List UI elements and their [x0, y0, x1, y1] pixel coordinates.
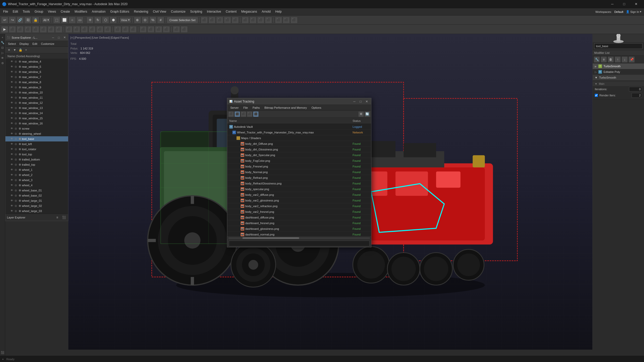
scene-list-item[interactable]: 👁 ◎ rear_window_12 [5, 100, 68, 105]
scene-list-item[interactable]: 👁 ◎ rear_window_15 [5, 116, 68, 121]
vsidebar-display[interactable]: 👁 [0, 56, 5, 60]
at-scrollbar-thumb[interactable] [242, 237, 299, 239]
mirror-button[interactable]: ⬛ [201, 17, 208, 23]
at-footer-input[interactable] [229, 241, 370, 246]
vsidebar-hierarchy[interactable]: ⊡ [0, 45, 5, 50]
scene-list-item[interactable]: 👁 ◎ wheel_large_01 [5, 198, 68, 203]
subobj-level3[interactable]: ⬛ [40, 26, 47, 33]
bind-button[interactable]: 🔒 [32, 17, 39, 23]
at-close[interactable]: ✕ [364, 99, 369, 104]
menu-arnold[interactable]: Arnold [260, 9, 273, 14]
at-row[interactable]: 📷 body_dirt_Diffuse.png Found [227, 141, 371, 147]
scene-list-item[interactable]: 👁 ◎ wheel_1 [5, 167, 68, 172]
at-row[interactable]: 📷 body_Refract.png Found [227, 175, 371, 181]
at-row[interactable]: 📷 dashboard_diffuse.png Found [227, 215, 371, 220]
scene-explorer-close[interactable]: ✕ [62, 36, 67, 40]
vsidebar-motion[interactable]: ▷ [0, 50, 5, 55]
scene-list-item[interactable]: 👁 ◎ rear_window_16 [5, 121, 68, 126]
select-region-button[interactable]: ⬜ [61, 17, 68, 23]
at-row[interactable]: 📷 body_var2_diffuse.png Found [227, 192, 371, 198]
menu-interactive[interactable]: Interactive [205, 9, 223, 14]
object-paint-button[interactable]: ⬛ [224, 17, 231, 23]
mod-delete-btn[interactable]: 🗑 [608, 56, 614, 63]
spinner-snap[interactable]: # [157, 17, 164, 23]
viewport-config-btn[interactable]: ⬛ [104, 26, 111, 33]
set-key-btn[interactable]: ⬛ [147, 26, 154, 33]
iterations-input[interactable] [629, 87, 642, 91]
menu-help[interactable]: Help [273, 9, 284, 14]
view-dropdown[interactable]: View ▾ [120, 17, 131, 23]
select-lasso-button[interactable]: ○ [69, 17, 76, 23]
at-menu-file[interactable]: File [241, 106, 250, 110]
vsidebar-extra[interactable]: ⬛ [0, 350, 5, 355]
align-button[interactable]: ⬛ [208, 17, 216, 23]
se-menu-edit[interactable]: Edit [31, 42, 39, 46]
vsidebar-create[interactable]: + [0, 35, 5, 40]
scene-list-item[interactable]: 👁 ◎ wheel_base_02 [5, 193, 68, 198]
filter-btn[interactable]: ⬛ [155, 26, 162, 33]
subobj-level4[interactable]: ⬛ [47, 26, 55, 33]
at-row[interactable]: 📷 body_var2_refraction.png Found [227, 203, 371, 209]
scene-explorer-minimize[interactable]: ─ [51, 36, 55, 40]
at-tb-setting2[interactable]: 🔄 [364, 111, 370, 117]
scene-list-item[interactable]: 👁 ◎ wheel_3 [5, 178, 68, 183]
key-filter-btn[interactable]: ⬛ [163, 26, 170, 33]
rotate-button[interactable]: ↻ [94, 17, 101, 23]
signin-button[interactable]: 👤 Sign In ▾ [626, 10, 641, 13]
create-selection-set-button[interactable]: Create Selection Set [167, 17, 198, 23]
snap-toggle[interactable]: ⊕ [134, 17, 141, 23]
quick-align-btn[interactable]: ⬛ [88, 26, 96, 33]
render-iters-checkbox[interactable] [595, 94, 598, 97]
mod-down-btn[interactable]: ↓ [622, 56, 628, 63]
layer-scene-btn[interactable]: ⬛ [61, 215, 67, 220]
environment-button[interactable]: ⬛ [290, 17, 298, 23]
scene-list-item[interactable]: 👁 ◎ tralled_top [5, 162, 68, 167]
scene-list-item[interactable]: 👁 ◎ wheel_base_01 [5, 188, 68, 193]
scene-list-item[interactable]: 👁 ◎ rear_window_10 [5, 90, 68, 95]
se-tb-lock[interactable]: 🔒 [18, 47, 23, 53]
at-row[interactable]: 📷 body_var2_glossiness.png Found [227, 198, 371, 203]
link-button[interactable]: 🔗 [17, 17, 24, 23]
scene-list-item[interactable]: 👁 ◎ screw [5, 126, 68, 131]
at-tb-btn5[interactable]: ⬛ [253, 111, 259, 117]
scene-list-item[interactable]: 👁 ◎ tool_top [5, 152, 68, 157]
at-row[interactable]: F Wheel_Tractor_with_Forage_Harvester_Di… [227, 130, 371, 135]
scene-list-item[interactable]: 👁 ◎ rear_window_9 [5, 85, 68, 90]
auto-key-btn[interactable]: ⬛ [140, 26, 147, 33]
at-menu-options[interactable]: Options [309, 106, 323, 110]
isolate-sel-btn[interactable]: ⬛ [114, 26, 121, 33]
at-row[interactable]: V Autodesk Vault Logged [227, 124, 371, 130]
paint-deform-btn[interactable]: ⬛ [73, 26, 80, 33]
at-row[interactable]: 📷 body_specular.png Found [227, 186, 371, 192]
at-minimize[interactable]: ─ [352, 99, 357, 104]
scene-list-item[interactable]: 👁 ◎ rear_window_13 [5, 105, 68, 111]
render-active-button[interactable]: ⬛ [265, 17, 272, 23]
scene-list-item[interactable]: 👁 ◎ tool_rotator [5, 147, 68, 152]
curve-editor-btn[interactable]: ⬛ [173, 26, 180, 33]
menu-megascans[interactable]: Megascans [239, 9, 259, 14]
array-button[interactable]: ⬛ [216, 17, 223, 23]
select-button[interactable]: ⬚ [53, 17, 60, 23]
menu-civil-view[interactable]: Civil View [151, 9, 168, 14]
menu-animation[interactable]: Animation [90, 9, 108, 14]
subobj-level1[interactable]: ⬛ [24, 26, 31, 33]
scene-explorer-maximize[interactable]: □ [57, 36, 61, 40]
at-tb-btn2[interactable]: ⬛ [234, 111, 240, 117]
at-menu-server[interactable]: Server [228, 106, 241, 110]
menu-views[interactable]: Views [46, 9, 58, 14]
layer-manager-btn[interactable]: ⬛ [129, 26, 137, 33]
at-row[interactable]: 📷 dashboard_normal.png Found [227, 232, 371, 236]
at-row[interactable]: 📷 body_Normal.png Found [227, 169, 371, 175]
obj-prop-btn[interactable]: ⬛ [81, 26, 88, 33]
at-tb-btn1[interactable]: ⬛ [228, 111, 234, 117]
at-row[interactable]: 📷 body_dirt_Glossiness.png Found [227, 147, 371, 152]
scene-list-item[interactable]: 👁 ◎ rear_window_6 [5, 69, 68, 74]
scene-list-item[interactable]: 👁 ◎ wheel_large_03 [5, 208, 68, 214]
render-frame-button[interactable]: ⬛ [257, 17, 264, 23]
mod-pin-btn[interactable]: 📌 [629, 56, 635, 63]
maximize-button[interactable]: □ [618, 0, 630, 8]
mod-list-btn[interactable]: ≡ [601, 56, 607, 63]
make-preview-btn[interactable]: ⬛ [96, 26, 103, 33]
at-row[interactable]: Maps / Shaders [227, 135, 371, 141]
at-horizontal-scrollbar[interactable] [227, 236, 371, 239]
